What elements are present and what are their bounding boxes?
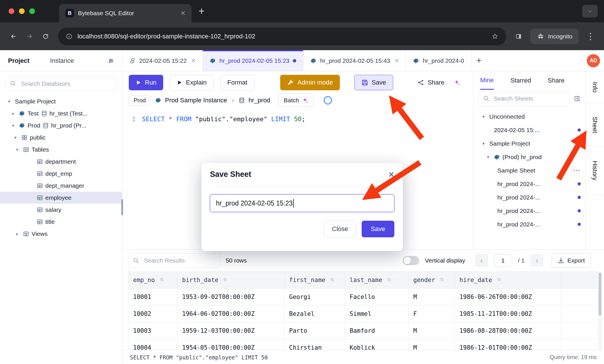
db-tree-item[interactable]: ▾Tables xyxy=(0,144,122,156)
table-row[interactable]: 100011953-09-02T00:00:00ZGeorgiFacelloM1… xyxy=(128,289,599,306)
sort-icon[interactable] xyxy=(329,277,335,284)
editor-tab-active[interactable]: hr_prod 2024-02-05 15:23 xyxy=(203,50,303,71)
sort-icon[interactable] xyxy=(222,277,228,284)
tab-search-button[interactable] xyxy=(582,5,598,17)
sort-icon[interactable] xyxy=(496,277,502,284)
db-tree-item[interactable]: title xyxy=(0,216,122,228)
chevron-right-icon[interactable]: ▸ xyxy=(14,231,21,236)
chevron-down-icon[interactable]: ▾ xyxy=(480,114,487,119)
page-number-input[interactable] xyxy=(494,254,512,267)
db-tree-item[interactable]: ▾Sample Project xyxy=(0,95,122,107)
sheet-tree-item[interactable]: hr_prod 2024-... xyxy=(473,191,585,204)
sheet-search-input[interactable] xyxy=(478,91,570,106)
batch-button[interactable]: Batch xyxy=(278,94,314,107)
chevron-right-icon[interactable]: ▸ xyxy=(10,111,17,116)
db-tree-item[interactable]: ▸Views xyxy=(0,228,122,240)
sort-icon[interactable] xyxy=(439,277,445,284)
address-bar[interactable]: localhost:8080/sql-editor/prod-sample-in… xyxy=(58,28,506,45)
chevron-down-icon[interactable]: ▾ xyxy=(14,147,21,152)
sort-icon[interactable] xyxy=(386,277,392,284)
table-row[interactable]: 100021964-06-02T00:00:00ZBezalelSimmelF1… xyxy=(128,306,599,322)
sheet-tab-mine[interactable]: Mine xyxy=(480,71,494,90)
modal-save-button[interactable]: Save xyxy=(362,221,394,237)
column-header-hire_date[interactable]: hire_date xyxy=(455,272,561,289)
editor-tab[interactable]: 2024-02-05 15:22× xyxy=(122,50,203,71)
run-button[interactable]: Run xyxy=(129,75,163,90)
db-tree-item[interactable]: dept_emp xyxy=(0,168,122,180)
sheet-tree-item[interactable]: hr_prod 2024-... xyxy=(473,204,585,218)
sidebar-resize-handle[interactable] xyxy=(121,199,123,215)
sheet-tree-item[interactable]: hr_prod 2024-... xyxy=(473,218,585,231)
side-tab-history[interactable]: History xyxy=(586,146,604,195)
chevron-down-icon[interactable]: ▾ xyxy=(12,135,19,140)
results-scrollbar[interactable] xyxy=(598,272,602,350)
database-search-input[interactable] xyxy=(5,77,117,91)
site-info-icon[interactable] xyxy=(65,33,73,40)
results-search-input[interactable] xyxy=(128,253,220,268)
db-tree-item[interactable]: ▾Prodhr_prod (Pr... xyxy=(0,120,122,132)
close-tab-icon[interactable]: × xyxy=(181,9,185,17)
db-tree-item[interactable]: ▾public xyxy=(0,132,122,144)
browser-menu-icon[interactable]: ⋮ xyxy=(583,31,598,41)
editor-tab[interactable]: hr_prod 2024-02-05 15:43× xyxy=(303,50,406,71)
chevron-down-icon[interactable]: ▾ xyxy=(480,141,487,146)
status-ring-icon[interactable] xyxy=(324,96,332,105)
forward-button[interactable] xyxy=(22,29,37,44)
sort-icon[interactable] xyxy=(159,277,165,284)
side-tab-sheet[interactable]: Sheet xyxy=(586,103,604,146)
db-tree-item[interactable]: dept_manager xyxy=(0,180,122,192)
admin-mode-button[interactable]: Admin mode xyxy=(280,75,340,90)
instance-crumb[interactable]: Prod Sample Instance xyxy=(155,97,227,104)
db-tree-item[interactable]: department xyxy=(0,156,122,168)
sheet-tree-item[interactable]: ▾(Prod) hr_prod xyxy=(473,150,585,164)
column-header-last_name[interactable]: last_name xyxy=(345,272,409,289)
more-actions-icon[interactable]: ⋯ xyxy=(573,166,581,175)
filter-icon[interactable] xyxy=(108,58,114,64)
zoom-window-button[interactable] xyxy=(29,8,35,14)
sheet-tree-item[interactable]: 2024-02-05 15:... xyxy=(473,123,585,137)
next-page-button[interactable]: › xyxy=(530,254,543,267)
tab-project[interactable]: Project xyxy=(8,57,30,64)
prev-page-button[interactable]: ‹ xyxy=(475,254,488,267)
explain-button[interactable]: Explain xyxy=(169,75,214,90)
close-tab-icon[interactable]: × xyxy=(395,56,399,65)
chevron-down-icon[interactable]: ▾ xyxy=(6,99,13,104)
share-button[interactable]: Share xyxy=(414,75,447,90)
sheet-tab-starred[interactable]: Starred xyxy=(511,71,531,90)
sheet-tree-item[interactable]: ▾Unconnected xyxy=(473,110,585,123)
avatar[interactable]: AD xyxy=(587,54,600,67)
column-header-emp_no[interactable]: emp_no xyxy=(128,272,178,289)
close-tab-icon[interactable]: × xyxy=(191,56,196,65)
sheet-tree-item[interactable]: hr_prod 2024-... xyxy=(473,177,585,191)
vertical-display-toggle[interactable] xyxy=(403,256,419,265)
collapse-panel-icon[interactable] xyxy=(574,95,580,102)
table-row[interactable]: 100031959-12-03T00:00:00ZPartoBamfordM19… xyxy=(128,322,599,339)
editor-tab[interactable]: hr_prod 2024-0 xyxy=(406,50,471,71)
scrollbar-thumb[interactable] xyxy=(599,273,601,316)
column-header-birth_date[interactable]: birth_date xyxy=(178,272,285,289)
close-icon[interactable]: × xyxy=(388,169,394,180)
new-sheet-tab-button[interactable]: + xyxy=(471,50,487,71)
table-row[interactable]: 100041954-05-01T00:00:00ZChirstianKoblic… xyxy=(128,339,599,351)
modal-close-button[interactable]: Close xyxy=(324,221,356,237)
sheet-name-input[interactable]: hr_prod 2024-02-05 15:23 xyxy=(210,194,394,212)
side-tab-info[interactable]: Info xyxy=(586,71,604,103)
new-tab-button[interactable]: + xyxy=(198,6,204,16)
column-header-first_name[interactable]: first_name xyxy=(285,272,345,289)
ai-sparkle-icon[interactable] xyxy=(454,79,460,86)
db-tree-item[interactable]: salary xyxy=(0,204,122,216)
chevron-down-icon[interactable]: ▾ xyxy=(485,154,492,160)
sheet-tab-share[interactable]: Share xyxy=(548,71,565,90)
db-tree-item[interactable]: ▸Testhr_test (Test... xyxy=(0,107,122,120)
back-button[interactable] xyxy=(6,29,21,44)
close-window-button[interactable] xyxy=(9,8,14,14)
minimize-window-button[interactable] xyxy=(19,8,25,14)
chevron-down-icon[interactable]: ▾ xyxy=(10,123,17,128)
sheet-tree-item[interactable]: ▾Sample Project xyxy=(473,137,585,150)
save-button[interactable]: Save xyxy=(354,75,393,90)
tab-instance[interactable]: Instance xyxy=(50,57,74,64)
browser-tab[interactable]: B Bytebase SQL Editor × xyxy=(59,4,192,22)
side-panel-button[interactable] xyxy=(511,29,526,44)
db-tree-item-selected[interactable]: employee xyxy=(0,192,122,204)
column-header-gender[interactable]: gender xyxy=(409,272,455,289)
